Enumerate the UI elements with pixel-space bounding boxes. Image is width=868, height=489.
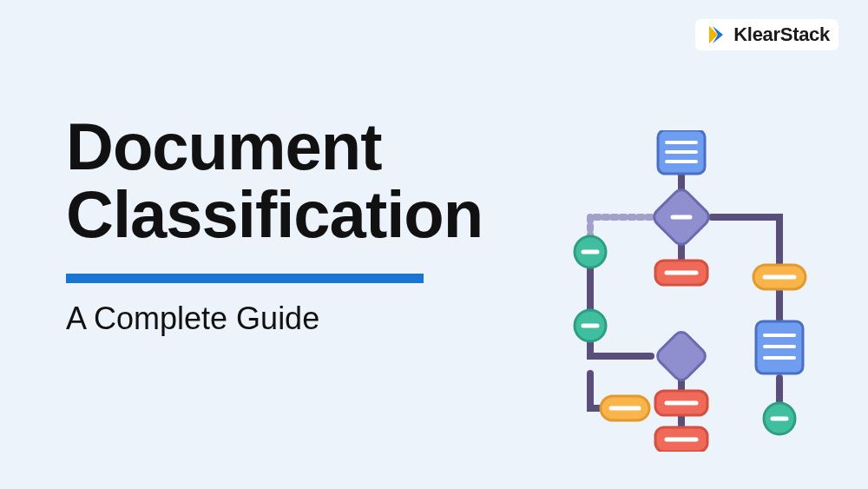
doc-node-top bbox=[658, 130, 705, 174]
title-line-1: Document bbox=[66, 109, 382, 183]
brand-name: KlearStack bbox=[733, 23, 830, 46]
flowchart-illustration bbox=[547, 130, 816, 452]
title-divider bbox=[66, 274, 424, 283]
brand-logo: KlearStack bbox=[695, 19, 838, 50]
brand-icon bbox=[704, 23, 728, 47]
page-subtitle: A Complete Guide bbox=[66, 301, 535, 337]
main-content: Document Classification A Complete Guide bbox=[66, 113, 535, 337]
title-line-2: Classification bbox=[66, 177, 483, 251]
svg-rect-21 bbox=[654, 329, 708, 383]
page-title: Document Classification bbox=[66, 113, 535, 248]
